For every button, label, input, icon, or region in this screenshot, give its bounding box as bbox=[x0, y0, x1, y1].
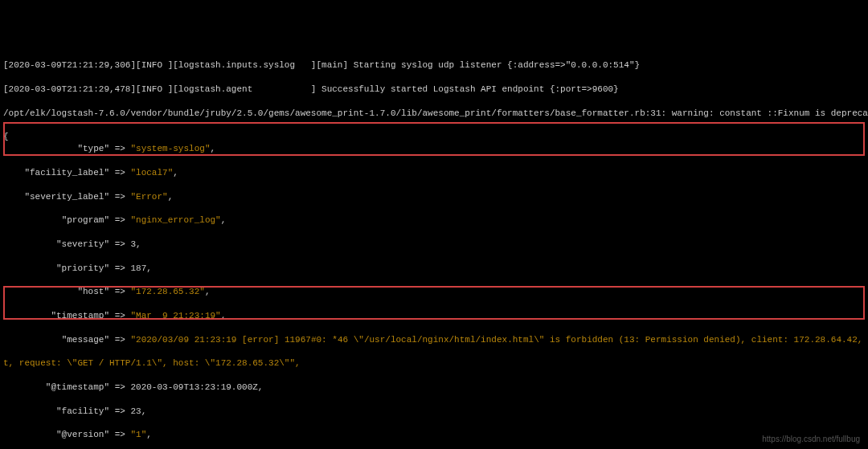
field-timestamp: "timestamp" => "Mar 9 21:23:19", bbox=[3, 310, 865, 322]
field-version: "@version" => "1", bbox=[3, 429, 865, 441]
field-priority: "priority" => 187, bbox=[3, 263, 865, 275]
watermark: https://blog.csdn.net/fullbug bbox=[762, 434, 860, 445]
field-message: "message" => "2020/03/09 21:23:19 [error… bbox=[3, 334, 865, 346]
field-program: "program" => "nginx_error_log", bbox=[3, 214, 865, 227]
log-line-3: /opt/elk/logstash-7.6.0/vendor/bundle/jr… bbox=[3, 108, 865, 120]
log-line-1: [2020-03-09T21:21:29,306][INFO ][logstas… bbox=[3, 59, 865, 71]
field-severity-label: "severity_label" => "Error", bbox=[3, 191, 865, 203]
field-facility-label: "facility_label" => "local7", bbox=[3, 167, 865, 179]
field-facility: "facility" => 23, bbox=[3, 406, 865, 418]
field-type: "type" => "system-syslog", bbox=[3, 143, 865, 155]
field-severity: "severity" => 3, bbox=[3, 239, 865, 251]
log-line-2: [2020-03-09T21:21:29,478][INFO ][logstas… bbox=[3, 84, 865, 96]
field-message-cont: t, request: \"GET / HTTP/1.1\", host: \"… bbox=[3, 357, 865, 369]
brace-open-1: { bbox=[3, 132, 9, 141]
terminal-output: [2020-03-09T21:21:29,306][INFO ][logstas… bbox=[0, 47, 868, 449]
field-at-timestamp: "@timestamp" => 2020-03-09T13:23:19.000Z… bbox=[3, 382, 865, 394]
field-host: "host" => "172.28.65.32", bbox=[3, 286, 865, 298]
